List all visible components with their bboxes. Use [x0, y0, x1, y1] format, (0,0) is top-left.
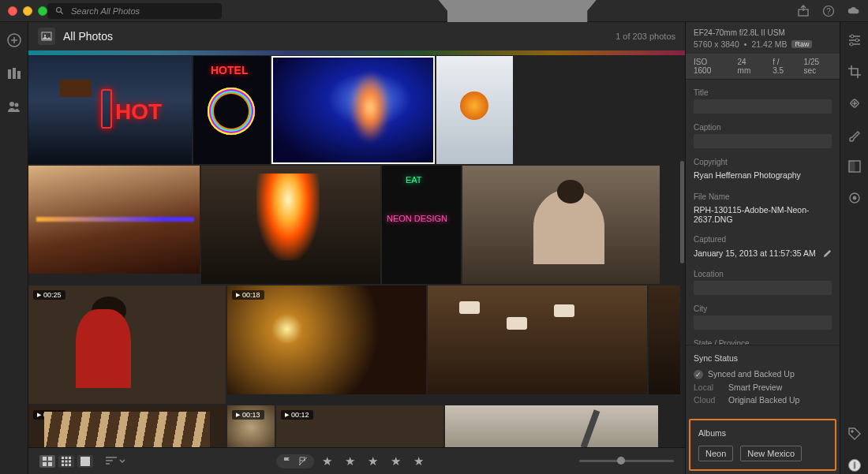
photo-count: 1 of 203 photos [615, 32, 675, 41]
cloud-icon[interactable] [847, 5, 860, 17]
edit-sliders-icon[interactable] [847, 33, 862, 49]
title-label: Title [694, 88, 832, 97]
svg-point-29 [855, 39, 859, 42]
video-thumbnail[interactable]: 00:25 [28, 286, 226, 404]
photo-thumbnail[interactable] [193, 56, 270, 164]
edit-pencil-icon[interactable] [823, 249, 832, 258]
chevron-down-icon [119, 458, 125, 465]
copyright-value: Ryan Heffernan Photography [694, 169, 832, 183]
linear-gradient-icon[interactable] [847, 159, 862, 175]
help-icon[interactable]: ? [822, 5, 835, 17]
rating-stars[interactable]: ★ ★ ★ ★ ★ [322, 454, 429, 468]
album-tag[interactable]: Neon [698, 446, 733, 461]
caption-label: Caption [694, 123, 832, 132]
close-window-button[interactable] [8, 6, 17, 16]
svg-rect-16 [48, 462, 52, 466]
view-detail-button[interactable] [77, 455, 93, 468]
view-photo-grid-button[interactable] [39, 455, 55, 468]
video-thumbnail[interactable]: 00:12 [276, 405, 443, 447]
sync-status-section: Sync Status Synced and Backed Up LocalSm… [686, 345, 840, 416]
photo-thumbnail[interactable] [201, 166, 380, 284]
album-tag[interactable]: New Mexico [740, 446, 802, 461]
info-icon[interactable]: i [847, 458, 862, 474]
crop-icon[interactable] [847, 65, 862, 80]
photo-thumbnail[interactable] [462, 166, 660, 284]
sharing-nav[interactable] [7, 99, 21, 115]
photo-thumbnail[interactable] [382, 166, 461, 284]
sync-local-label: Local [694, 383, 720, 392]
title-field[interactable] [694, 99, 832, 114]
my-photos-nav[interactable] [7, 66, 21, 82]
file-size: 21.42 MB [752, 39, 788, 49]
state-label: State / Province [694, 339, 832, 345]
location-field[interactable] [694, 281, 832, 295]
caption-field[interactable] [694, 134, 832, 148]
video-duration-badge: 00:13 [232, 410, 264, 420]
svg-line-1 [61, 11, 63, 13]
svg-point-30 [850, 43, 853, 46]
svg-point-35 [853, 196, 856, 200]
svg-point-10 [14, 103, 18, 107]
svg-point-28 [851, 35, 854, 38]
page-title: All Photos [63, 30, 113, 43]
video-duration-badge: 00:25 [33, 290, 65, 300]
photo-thumbnail[interactable] [445, 405, 658, 447]
thumbnail-size-slider[interactable] [579, 460, 674, 462]
video-duration-badge: 00:03 [33, 410, 65, 420]
search-icon [55, 6, 65, 16]
flag-toggle[interactable] [276, 454, 314, 468]
svg-rect-14 [48, 457, 52, 461]
share-icon[interactable] [797, 5, 810, 17]
svg-point-0 [57, 7, 62, 12]
video-thumbnail[interactable]: 00:13 [227, 405, 275, 447]
video-duration-badge: 00:12 [281, 410, 313, 420]
svg-rect-6 [8, 69, 11, 79]
photo-thumbnail[interactable] [28, 56, 192, 164]
video-thumbnail[interactable]: 00:03 [28, 405, 226, 447]
svg-rect-24 [65, 464, 68, 466]
healing-brush-icon[interactable] [847, 96, 862, 112]
photo-thumbnail[interactable] [428, 286, 647, 394]
image-icon [41, 31, 52, 42]
svg-rect-33 [849, 161, 855, 172]
lens-info: EF24-70mm f/2.8L II USM [694, 28, 832, 37]
view-square-grid-button[interactable] [58, 455, 74, 468]
grid-header: All Photos 1 of 203 photos [28, 22, 685, 50]
back-button[interactable] [38, 28, 55, 45]
grid-scrollbar[interactable] [680, 161, 684, 263]
radial-gradient-icon[interactable] [847, 191, 862, 207]
keywords-icon[interactable] [847, 427, 862, 442]
sort-button[interactable] [106, 457, 125, 466]
format-badge: Raw [791, 40, 812, 48]
fullscreen-window-button[interactable] [38, 6, 47, 16]
city-field[interactable] [694, 315, 832, 330]
video-thumbnail[interactable]: 00:18 [227, 286, 426, 394]
add-photos-button[interactable] [7, 33, 21, 49]
captured-label: Captured [694, 235, 832, 244]
sync-heading: Sync Status [694, 353, 832, 363]
svg-rect-17 [62, 457, 64, 459]
photo-thumbnail[interactable] [436, 56, 513, 164]
sync-cloud-label: Cloud [694, 395, 720, 405]
shutter-value: 1/25 sec [804, 58, 832, 75]
svg-rect-22 [69, 460, 71, 462]
photo-thumbnail-selected[interactable] [271, 56, 435, 164]
search-input[interactable]: Search All Photos [47, 3, 222, 19]
svg-rect-7 [13, 68, 16, 79]
svg-rect-20 [62, 460, 64, 462]
video-duration-badge: 00:18 [232, 290, 264, 300]
flag-reject-icon [298, 457, 308, 466]
svg-rect-15 [43, 462, 47, 466]
photo-thumbnail[interactable] [649, 286, 680, 394]
filename-label: File Name [694, 192, 832, 201]
focal-length: 24 mm [738, 58, 761, 75]
brush-icon[interactable] [847, 128, 862, 144]
filmstrip-bar [28, 50, 685, 55]
photo-thumbnail[interactable] [28, 166, 200, 274]
svg-rect-18 [65, 457, 68, 459]
svg-rect-25 [69, 464, 71, 466]
svg-rect-26 [80, 457, 90, 466]
minimize-window-button[interactable] [23, 6, 32, 16]
albums-heading: Albums [698, 428, 827, 438]
svg-rect-13 [43, 457, 47, 461]
